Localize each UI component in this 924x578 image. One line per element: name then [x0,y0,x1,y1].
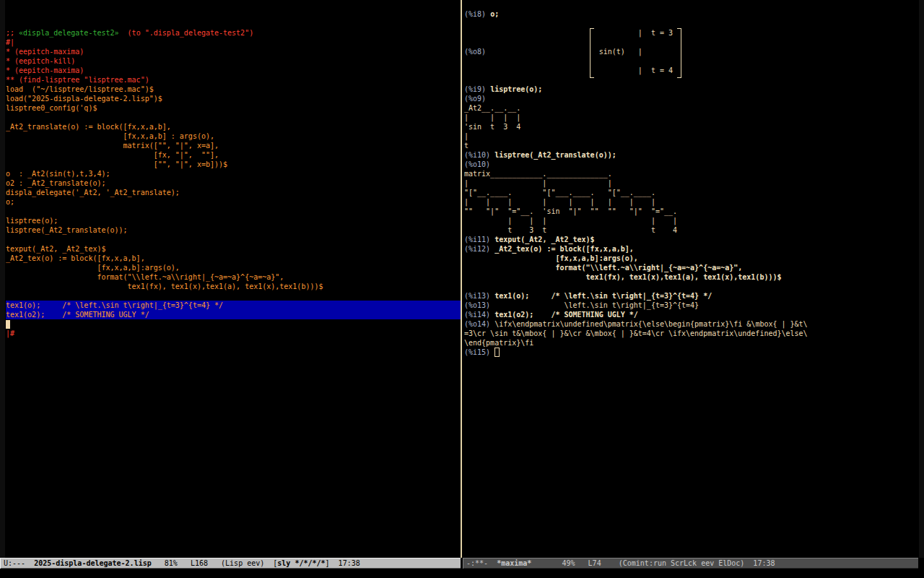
buffer-line[interactable]: [fx,x,a,b] : args(o), [6,131,461,141]
buffer-line[interactable]: t [464,141,924,150]
text-segment: * (eepitch-maxima) [6,48,84,56]
buffer-line[interactable]: load ("~/lisptree/lisptree.mac")$ [6,85,461,94]
text-segment: [fx,x,a,b]:args(o), [464,254,638,262]
text-segment: (%i15) [464,348,494,356]
buffer-line[interactable]: displa_delegate('_At2, '_At2_translate); [6,188,461,197]
buffer-line[interactable]: format("\\left.~a\\right|_{~a=~a}^{~a=~a… [464,263,924,272]
buffer-line[interactable] [6,19,461,28]
buffer-line[interactable]: matrix____________.______________. [464,169,924,178]
buffer-line[interactable] [464,75,924,85]
maxima-buffer[interactable]: (%i8) o; | t = 3(%o8) sin(t) | | t = 4(%… [463,0,924,558]
text-segment: texput(_At2, _At2_tex)$ [6,245,105,253]
buffer-line[interactable]: (%i9) lisptree(o); [464,85,924,94]
buffer-line[interactable]: | | | [464,178,924,188]
buffer-line[interactable]: [fx,x,a,b]:args(o), [6,263,461,272]
buffer-line[interactable]: [fx, "|", ""], [6,150,461,160]
echo-area[interactable] [0,569,924,578]
buffer-line[interactable]: (%o8) sin(t) | [464,47,924,56]
buffer-line[interactable]: load("2025-displa-delegate-2.lisp")$ [6,94,461,103]
buffer-line[interactable] [464,56,924,66]
buffer-line[interactable]: * (eepitch-kill) [6,56,461,66]
buffer-line[interactable]: | [464,131,924,141]
buffer-line[interactable] [6,9,461,19]
buffer-line[interactable]: (%i15) [464,348,924,357]
buffer-line[interactable]: | | | | | | | | | [464,197,924,207]
buffer-line[interactable]: "" "|" "="__. 'sin "|" "" "" "|" "="__. [464,207,924,216]
buffer-line[interactable]: (%i14) tex1(o2); /* SOMETHING UGLY */ [464,310,924,319]
buffer-line[interactable] [6,0,461,9]
buffer-line[interactable]: (%o14) \ifx\endpmatrix\undefined\pmatrix… [464,319,924,329]
buffer-line[interactable]: o : _At2(sin(t),t,3,4); [6,169,461,178]
text-segment: o; [6,198,14,206]
buffer-line[interactable]: [fx,x,a,b]:args(o), [464,254,924,263]
buffer-line[interactable]: tex1(o2); /* SOMETHING UGLY */ [6,310,461,319]
buffer-line[interactable]: | | | | [464,113,924,122]
buffer-line[interactable]: (%i10) lisptree(_At2_translate(o)); [464,150,924,160]
buffer-line[interactable]: ["", "|", x=b]))$ [6,160,461,169]
window-divider[interactable] [461,0,462,558]
buffer-line[interactable]: o2 : _At2_translate(o); [6,178,461,188]
buffer-line[interactable]: |# [6,329,461,338]
text-segment: tex1(o); /* \left.\sin t\right|_{t=3}^{t… [6,301,223,309]
buffer-line[interactable]: lisptree(o); [6,216,461,225]
inactive-cursor [494,348,500,357]
buffer-line[interactable]: matrix(["", "|", x=a], [6,141,461,150]
modeline-segment: 81% L168 (Lisp eev) [ [152,559,278,567]
text-segment: t 3 t t 4 [464,226,677,234]
modeline-segment: ] 17:38 [326,559,360,567]
buffer-line[interactable]: ** (find-lisptree "lisptree.mac") [6,75,461,85]
buffer-line[interactable]: tex1(o); /* \left.\sin t\right|_{t=3}^{t… [6,301,461,310]
text-segment: (%i12) [464,245,494,253]
buffer-line[interactable] [464,0,924,9]
buffer-line[interactable] [464,38,924,47]
buffer-line[interactable]: _At2__.__.__. [464,103,924,113]
buffer-line[interactable]: (%i13) tex1(o); /* \left.\sin t\right|_{… [464,291,924,301]
lisp-buffer[interactable]: ;; «displa_delegate-test2» (to ".displa_… [0,0,461,558]
buffer-line[interactable]: \end{pmatrix}\fi [464,338,924,348]
buffer-line[interactable]: * (eepitch-maxima) [6,66,461,75]
buffer-line[interactable]: (%i8) o; [464,9,924,19]
text-segment: o; [490,10,499,18]
buffer-line[interactable]: | | | | | [464,216,924,225]
buffer-line[interactable] [6,291,461,301]
buffer-line[interactable]: | t = 4 [464,66,924,75]
buffer-line[interactable]: | t = 3 [464,28,924,38]
buffer-line[interactable]: (%o9) [464,94,924,103]
buffer-line[interactable]: ;; «displa_delegate-test2» (to ".displa_… [6,28,461,38]
buffer-line[interactable]: texput(_At2, _At2_tex)$ [6,244,461,254]
text-segment: load ("~/lisptree/lisptree.mac")$ [6,85,154,93]
buffer-line[interactable]: lisptree0_config('q)$ [6,103,461,113]
text-segment: \left.\sin t\right|_{t=3}^{t=4} [490,301,699,309]
buffer-line[interactable]: lisptree(_At2_translate(o)); [6,225,461,235]
buffer-line[interactable] [6,235,461,244]
buffer-line[interactable] [6,113,461,122]
buffer-line[interactable]: "["__.____. "["___.____. "["__.____. [464,188,924,197]
buffer-line[interactable]: (%i12) _At2_tex(o) := block([fx,x,a,b], [464,244,924,254]
text-segment: t [464,142,468,150]
buffer-line[interactable]: o; [6,197,461,207]
text-segment: 'sin t 3 4 [464,123,520,131]
text-segment: (%i8) [464,10,490,18]
buffer-line[interactable]: tex1(fx), tex1(x),tex1(a), tex1(x),tex1(… [464,272,924,282]
text-segment: | | | [464,179,612,187]
modeline-inactive[interactable]: -:**- *maxima* 49% L74 (Comint:run ScrLc… [463,558,918,569]
buffer-line[interactable]: (%i11) texput(_At2, _At2_tex)$ [464,235,924,244]
text-segment: (%o9) [464,95,486,103]
buffer-line[interactable] [6,319,461,329]
buffer-line[interactable]: t 3 t t 4 [464,225,924,235]
modeline-active[interactable]: U:--- 2025-displa-delegate-2.lisp 81% L1… [0,558,461,569]
buffer-line[interactable]: #| [6,38,461,47]
buffer-line[interactable] [464,19,924,28]
buffer-line[interactable]: tex1(fx), tex1(x),tex1(a), tex1(x),tex1(… [6,282,461,291]
buffer-line[interactable] [6,207,461,216]
buffer-line[interactable] [464,282,924,291]
buffer-line[interactable]: 'sin t 3 4 [464,122,924,131]
buffer-line[interactable]: _At2_tex(o) := block([fx,x,a,b], [6,254,461,263]
buffer-line[interactable]: =3\cr \sin t&\mbox{ | }&\cr &\mbox{ | }&… [464,329,924,338]
buffer-line[interactable]: format("\\left.~a\\right|_{~a=~a}^{~a=~a… [6,272,461,282]
buffer-line[interactable]: _At2_translate(o) := block([fx,x,a,b], [6,122,461,131]
buffer-line[interactable]: * (eepitch-maxima) [6,47,461,56]
buffer-line[interactable]: (%o13) \left.\sin t\right|_{t=3}^{t=4} [464,301,924,310]
text-segment: load("2025-displa-delegate-2.lisp")$ [6,95,162,103]
buffer-line[interactable]: (%o10) [464,160,924,169]
